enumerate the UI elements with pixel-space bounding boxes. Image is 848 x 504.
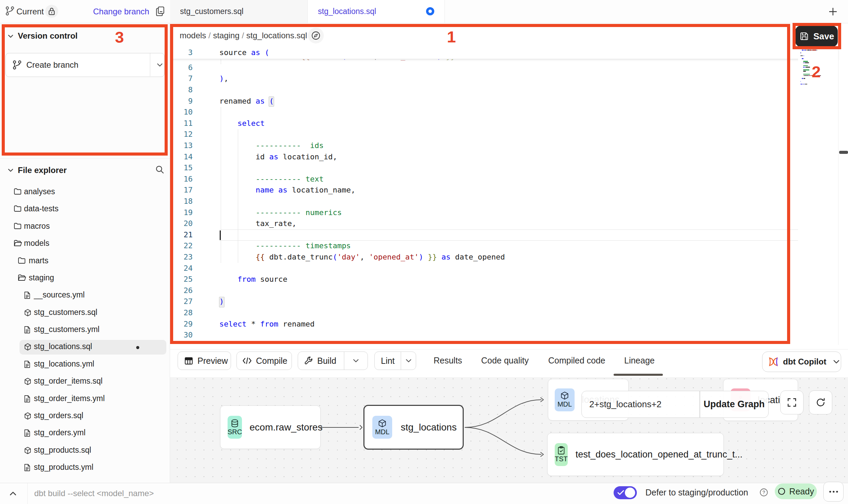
tree-item-stg-customers-sql[interactable]: stg_customers.sql xyxy=(0,304,170,321)
git-branch-icon xyxy=(13,60,22,70)
build-button[interactable]: Build xyxy=(298,352,368,370)
navigate-icon[interactable] xyxy=(308,28,324,43)
code-token: ---------- ids xyxy=(256,141,324,150)
database-icon xyxy=(230,419,239,428)
more-options-button[interactable] xyxy=(823,482,844,502)
line-number: 19 xyxy=(172,208,193,217)
tab-compiled-code[interactable]: Compiled code xyxy=(548,356,605,366)
dbt-copilot-label: dbt Copilot xyxy=(783,357,826,367)
breadcrumb-file[interactable]: stg_locations.sql xyxy=(246,31,307,40)
search-icon[interactable] xyxy=(155,165,165,174)
tree-item-stg-orders-sql[interactable]: stg_orders.sql xyxy=(0,408,170,425)
breadcrumb-staging[interactable]: staging xyxy=(213,31,239,40)
create-branch-dropdown-icon[interactable] xyxy=(156,61,164,69)
minimap-line xyxy=(804,50,804,51)
tree-item-stg-order-items-sql[interactable]: stg_order_items.sql xyxy=(0,373,170,390)
code-line-27: ) xyxy=(219,297,224,306)
tree-item-stg-locations-sql[interactable]: stg_locations.sql xyxy=(0,339,170,356)
compile-label: Compile xyxy=(256,356,287,366)
minimap[interactable] xyxy=(798,49,838,345)
folder-open-icon xyxy=(18,274,26,281)
lint-dropdown-icon[interactable] xyxy=(404,357,413,365)
new-tab-button[interactable] xyxy=(827,5,839,18)
help-icon[interactable]: ? xyxy=(759,488,768,497)
code-token: location_id, xyxy=(278,152,337,161)
minimap-line xyxy=(817,75,817,76)
badge-label: MDL xyxy=(375,428,389,436)
tree-item-stg-orders-yml[interactable]: stg_orders.yml xyxy=(0,425,170,442)
tree-item-staging[interactable]: staging xyxy=(0,270,170,287)
tab-stg-locations-sql[interactable]: stg_locations.sql xyxy=(308,0,445,23)
code-token xyxy=(219,119,237,128)
build-dropdown-icon[interactable] xyxy=(352,357,360,365)
status-ready-badge: Ready xyxy=(775,483,817,499)
tree-item-macros[interactable]: macros xyxy=(0,218,170,235)
tree-item-stg-products-yml[interactable]: stg_products.yml xyxy=(0,459,170,476)
version-control-collapse-icon[interactable] xyxy=(7,32,14,40)
copilot-dropdown-icon[interactable] xyxy=(832,357,841,366)
tree-item-stg-products-sql[interactable]: stg_products.sql xyxy=(0,442,170,459)
tab-label: stg_locations.sql xyxy=(318,7,376,16)
copy-icon[interactable] xyxy=(155,6,165,17)
lineage-node-ecom-raw-stores[interactable]: SRC ecom.raw_stores xyxy=(220,406,321,449)
tree-item-data-tests[interactable]: data-tests xyxy=(0,201,170,218)
lineage-node-test[interactable]: TST test_does_location_opened_at_trunc_t… xyxy=(547,433,724,476)
split-divider xyxy=(401,352,401,370)
tab-stg-customers-sql[interactable]: stg_customers.sql xyxy=(170,0,308,23)
create-branch-button[interactable]: Create branch xyxy=(5,53,165,77)
change-branch-link[interactable]: Change branch xyxy=(93,7,149,16)
dbt-copilot-button[interactable]: dbt Copilot xyxy=(762,352,841,372)
split-divider xyxy=(344,352,344,370)
code-token: source xyxy=(219,48,251,57)
code-token: }} xyxy=(428,253,437,261)
tree-item-label: stg_orders.yml xyxy=(34,428,86,437)
line-number: 10 xyxy=(172,108,193,116)
expand-console-icon[interactable] xyxy=(9,490,17,498)
tree-item-models[interactable]: models xyxy=(0,235,170,252)
minimap-line xyxy=(803,55,804,56)
code-editor[interactable]: 5 select * from {{ source('ecom', 'raw_s… xyxy=(170,48,848,344)
tree-item--sources-yml[interactable]: __sources.yml xyxy=(0,287,170,304)
tree-item-stg-customers-yml[interactable]: stg_customers.yml xyxy=(0,321,170,339)
refresh-icon xyxy=(815,397,826,408)
tree-item-label: stg_locations.yml xyxy=(34,359,94,369)
save-button[interactable]: Save xyxy=(795,26,838,47)
preview-button[interactable]: Preview xyxy=(178,352,231,370)
save-icon xyxy=(799,31,809,41)
fullscreen-button[interactable] xyxy=(780,390,804,414)
tree-item-stg-locations-yml[interactable]: stg_locations.yml xyxy=(0,356,170,373)
code-line-7: ), xyxy=(219,74,229,83)
line-number: 9 xyxy=(172,97,193,105)
command-input[interactable]: dbt build --select <model_name> xyxy=(34,489,154,498)
compile-button[interactable]: Compile xyxy=(236,352,292,370)
file-explorer-collapse-icon[interactable] xyxy=(7,167,14,174)
scrollbar-thumb[interactable] xyxy=(839,151,848,154)
lint-button[interactable]: Lint xyxy=(374,352,416,370)
minimap-line xyxy=(816,50,817,51)
tree-item-analyses[interactable]: analyses xyxy=(0,184,170,201)
breadcrumb-separator: / xyxy=(206,31,213,40)
model-icon xyxy=(24,412,31,420)
code-token: ---------- text xyxy=(256,175,324,183)
tab-lineage[interactable]: Lineage xyxy=(624,356,655,366)
dbt-cloud-ide: Current Change branch stg_customers.sql … xyxy=(0,0,848,504)
code-token: from xyxy=(237,275,256,283)
tree-item-marts[interactable]: marts xyxy=(0,253,170,270)
minimap-line xyxy=(803,69,809,70)
lineage-node-stg-locations[interactable]: MDL stg_locations xyxy=(363,405,464,450)
tab-results[interactable]: Results xyxy=(434,356,462,366)
folder-icon xyxy=(14,205,22,212)
update-graph-button[interactable]: Update Graph xyxy=(700,399,769,410)
lineage-graph[interactable]: SRC ecom.raw_stores MDL stg_locations MD… xyxy=(170,377,848,483)
tree-item-stg-order-items-yml[interactable]: stg_order_items.yml xyxy=(0,390,170,408)
defer-toggle[interactable] xyxy=(614,486,637,499)
tab-code-quality[interactable]: Code quality xyxy=(481,356,529,366)
code-line-25: from source xyxy=(219,275,287,283)
breadcrumb-models[interactable]: models xyxy=(180,31,206,40)
refresh-button[interactable] xyxy=(809,390,832,414)
minimap-line xyxy=(802,78,803,79)
minimap-line xyxy=(804,75,808,76)
lineage-selector-input[interactable]: 2+stg_locations+2 xyxy=(582,391,699,417)
code-token: 'opened_at' xyxy=(369,253,419,261)
code-line-20: tax_rate, xyxy=(219,219,296,228)
